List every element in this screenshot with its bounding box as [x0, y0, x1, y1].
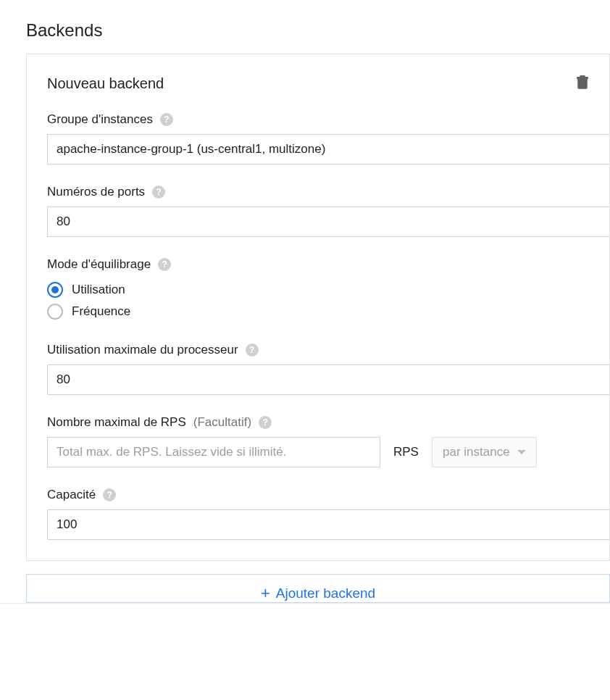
field-balancing-mode: Mode d'équilibrage ? Utilisation Fréquen…: [47, 257, 609, 322]
balancing-mode-radio-group: Utilisation Fréquence: [47, 279, 609, 322]
rps-unit-text: RPS: [393, 445, 419, 459]
instance-group-input[interactable]: [47, 134, 609, 164]
add-backend-button[interactable]: + Ajouter backend: [26, 574, 610, 603]
help-icon[interactable]: ?: [259, 416, 272, 429]
capacity-label: Capacité ?: [47, 488, 609, 502]
max-cpu-input[interactable]: [47, 364, 609, 395]
port-numbers-label: Numéros de ports ?: [47, 185, 609, 199]
label-text: Numéros de ports: [47, 185, 145, 199]
port-numbers-input[interactable]: [47, 207, 609, 237]
backend-panel: Nouveau backend Groupe d'instances ? Num…: [26, 54, 610, 561]
label-text: Capacité: [47, 488, 96, 502]
help-icon[interactable]: ?: [160, 113, 173, 126]
field-port-numbers: Numéros de ports ?: [47, 185, 609, 237]
field-capacity: Capacité ?: [47, 488, 609, 540]
add-backend-label: Ajouter backend: [276, 586, 375, 601]
radio-rate[interactable]: Fréquence: [47, 301, 609, 322]
svg-rect-2: [580, 75, 585, 77]
instance-group-label: Groupe d'instances ?: [47, 112, 609, 127]
radio-circle-icon: [47, 304, 63, 320]
radio-label: Utilisation: [72, 283, 125, 297]
chevron-down-icon: [517, 450, 526, 454]
label-text: Utilisation maximale du processeur: [47, 343, 238, 357]
field-max-rps: Nombre maximal de RPS (Facultatif) ? RPS…: [47, 415, 609, 467]
max-rps-label: Nombre maximal de RPS (Facultatif) ?: [47, 415, 609, 430]
help-icon[interactable]: ?: [103, 488, 116, 501]
svg-rect-0: [578, 78, 587, 88]
optional-text: (Facultatif): [193, 415, 251, 430]
max-cpu-label: Utilisation maximale du processeur ?: [47, 343, 609, 357]
help-icon[interactable]: ?: [152, 186, 165, 199]
label-text: Nombre maximal de RPS: [47, 415, 186, 430]
select-value: par instance: [443, 445, 510, 459]
radio-label: Fréquence: [72, 304, 130, 319]
delete-icon[interactable]: [576, 75, 589, 92]
label-text: Groupe d'instances: [47, 112, 153, 127]
page-title: Backends: [0, 0, 610, 54]
rps-per-select[interactable]: par instance: [432, 437, 537, 467]
radio-utilization[interactable]: Utilisation: [47, 279, 609, 301]
help-icon[interactable]: ?: [158, 258, 171, 271]
rps-row: RPS par instance: [47, 437, 609, 467]
radio-dot-icon: [51, 286, 59, 293]
balancing-mode-label: Mode d'équilibrage ?: [47, 257, 609, 272]
svg-rect-1: [577, 77, 588, 79]
capacity-input[interactable]: [47, 509, 609, 540]
bottom-shadow: [0, 603, 610, 604]
panel-title: Nouveau backend: [47, 75, 164, 92]
field-instance-group: Groupe d'instances ?: [47, 112, 609, 164]
plus-icon: +: [261, 584, 270, 603]
help-icon[interactable]: ?: [246, 343, 259, 357]
radio-circle-icon: [47, 282, 63, 298]
panel-header: Nouveau backend: [47, 75, 609, 92]
field-max-cpu: Utilisation maximale du processeur ?: [47, 343, 609, 395]
max-rps-input[interactable]: [47, 437, 380, 467]
label-text: Mode d'équilibrage: [47, 257, 151, 272]
